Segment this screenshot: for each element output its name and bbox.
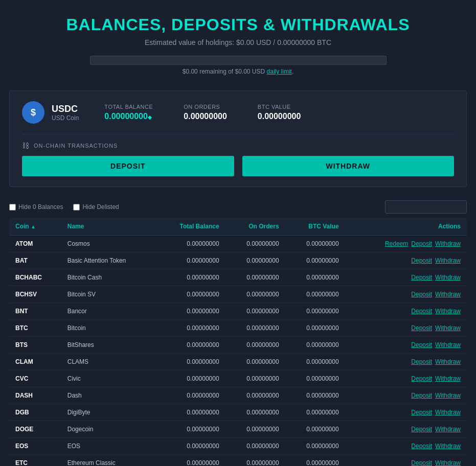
- hide-zero-label: Hide 0 Balances: [18, 203, 63, 211]
- search-input[interactable]: [385, 200, 467, 214]
- action-withdraw-link[interactable]: Withdraw: [435, 341, 461, 348]
- action-deposit-link[interactable]: Deposit: [411, 426, 432, 433]
- col-actions[interactable]: Actions: [345, 218, 467, 236]
- table-header-row: Coin ▲ Name Total Balance On Orders BTC …: [9, 218, 467, 236]
- cell-actions: RedeemDepositWithdraw: [345, 236, 467, 252]
- cell-coin: BAT: [9, 252, 61, 269]
- col-name[interactable]: Name: [61, 218, 156, 236]
- cell-btc-value: 0.00000000: [285, 320, 345, 337]
- cell-total-balance: 0.00000000: [156, 236, 225, 252]
- action-deposit-link[interactable]: Deposit: [411, 291, 432, 298]
- action-withdraw-link[interactable]: Withdraw: [435, 392, 461, 399]
- hide-delisted-checkbox[interactable]: [73, 204, 80, 211]
- cell-on-orders: 0.00000000: [225, 370, 285, 387]
- cell-name: Bancor: [61, 303, 156, 320]
- usdc-total-balance: TOTAL BALANCE 0.00000000◆: [104, 104, 153, 121]
- cell-total-balance: 0.00000000: [156, 252, 225, 269]
- col-coin[interactable]: Coin ▲: [9, 218, 61, 236]
- cell-total-balance: 0.00000000: [156, 455, 225, 467]
- action-deposit-link[interactable]: Deposit: [411, 392, 432, 399]
- cell-total-balance: 0.00000000: [156, 337, 225, 354]
- cell-actions: DepositWithdraw: [345, 252, 467, 269]
- table-row: CVCCivic0.000000000.000000000.00000000De…: [9, 370, 467, 387]
- page-title: BALANCES, DEPOSITS & WITHDRAWALS: [10, 15, 466, 34]
- action-withdraw-link[interactable]: Withdraw: [435, 459, 461, 466]
- cell-name: Civic: [61, 370, 156, 387]
- action-deposit-link[interactable]: Deposit: [411, 409, 432, 416]
- action-deposit-link[interactable]: Deposit: [411, 358, 432, 365]
- action-deposit-link[interactable]: Deposit: [411, 274, 432, 281]
- cell-on-orders: 0.00000000: [225, 269, 285, 286]
- cell-total-balance: 0.00000000: [156, 438, 225, 455]
- action-deposit-link[interactable]: Deposit: [411, 324, 432, 332]
- action-deposit-link[interactable]: Deposit: [411, 459, 432, 466]
- balances-table: Coin ▲ Name Total Balance On Orders BTC …: [9, 218, 467, 466]
- action-withdraw-link[interactable]: Withdraw: [435, 442, 461, 450]
- cell-total-balance: 0.00000000: [156, 320, 225, 337]
- cell-coin: EOS: [9, 438, 61, 455]
- on-orders-value: 0.00000000: [184, 112, 227, 121]
- cell-coin: ETC: [9, 455, 61, 467]
- action-deposit-link[interactable]: Deposit: [411, 442, 432, 450]
- cell-btc-value: 0.00000000: [285, 337, 345, 354]
- cell-total-balance: 0.00000000: [156, 404, 225, 421]
- total-balance-value: 0.00000000◆: [104, 112, 153, 121]
- table-row: CLAMCLAMS0.000000000.000000000.00000000D…: [9, 354, 467, 370]
- action-withdraw-link[interactable]: Withdraw: [435, 240, 461, 247]
- col-on-orders[interactable]: On Orders: [225, 218, 285, 236]
- action-withdraw-link[interactable]: Withdraw: [435, 409, 461, 416]
- cell-actions: DepositWithdraw: [345, 421, 467, 438]
- checkboxes: Hide 0 Balances Hide Delisted: [9, 203, 119, 211]
- table-row: BCHSVBitcoin SV0.000000000.000000000.000…: [9, 286, 467, 303]
- action-deposit-link[interactable]: Deposit: [411, 257, 432, 264]
- total-balance-label: TOTAL BALANCE: [104, 104, 153, 110]
- action-withdraw-link[interactable]: Withdraw: [435, 291, 461, 298]
- cell-btc-value: 0.00000000: [285, 269, 345, 286]
- action-deposit-link[interactable]: Deposit: [411, 375, 432, 382]
- usdc-icon: $: [22, 101, 44, 124]
- usdc-on-orders: ON ORDERS 0.00000000: [184, 104, 227, 121]
- action-redeem-link[interactable]: Redeem: [385, 240, 408, 247]
- cell-total-balance: 0.00000000: [156, 370, 225, 387]
- col-btc-value[interactable]: BTC Value: [285, 218, 345, 236]
- daily-limit-info: $0.00 remaining of $0.00 USD daily limit…: [10, 68, 466, 75]
- deposit-button[interactable]: DEPOSIT: [22, 156, 234, 176]
- withdraw-button[interactable]: WITHDRAW: [242, 156, 455, 176]
- action-deposit-link[interactable]: Deposit: [411, 240, 432, 247]
- action-withdraw-link[interactable]: Withdraw: [435, 274, 461, 281]
- usdc-top-row: $ USDC USD Coin TOTAL BALANCE 0.00000000…: [22, 101, 454, 124]
- cell-coin: DASH: [9, 387, 61, 404]
- action-withdraw-link[interactable]: Withdraw: [435, 308, 461, 315]
- hide-delisted-label: Hide Delisted: [82, 203, 119, 211]
- hide-zero-checkbox[interactable]: [9, 204, 16, 211]
- table-row: ETCEthereum Classic0.000000000.000000000…: [9, 455, 467, 467]
- table-row: DGBDigiByte0.000000000.000000000.0000000…: [9, 404, 467, 421]
- action-withdraw-link[interactable]: Withdraw: [435, 375, 461, 382]
- page-subtitle: Estimated value of holdings: $0.00 USD /…: [10, 38, 466, 46]
- daily-limit-link[interactable]: daily limit: [267, 68, 292, 75]
- cell-name: Basic Attention Token: [61, 252, 156, 269]
- hide-delisted-checkbox-label[interactable]: Hide Delisted: [73, 203, 119, 211]
- table-row: EOSEOS0.000000000.000000000.00000000Depo…: [9, 438, 467, 455]
- action-withdraw-link[interactable]: Withdraw: [435, 358, 461, 365]
- col-total-balance[interactable]: Total Balance: [156, 218, 225, 236]
- action-deposit-link[interactable]: Deposit: [411, 341, 432, 348]
- cell-actions: DepositWithdraw: [345, 370, 467, 387]
- cell-name: Bitcoin SV: [61, 286, 156, 303]
- cell-total-balance: 0.00000000: [156, 269, 225, 286]
- cell-name: EOS: [61, 438, 156, 455]
- action-withdraw-link[interactable]: Withdraw: [435, 257, 461, 264]
- cell-total-balance: 0.00000000: [156, 286, 225, 303]
- cell-actions: DepositWithdraw: [345, 438, 467, 455]
- cell-on-orders: 0.00000000: [225, 421, 285, 438]
- action-withdraw-link[interactable]: Withdraw: [435, 324, 461, 332]
- action-deposit-link[interactable]: Deposit: [411, 308, 432, 315]
- usdc-stats: TOTAL BALANCE 0.00000000◆ ON ORDERS 0.00…: [104, 104, 301, 121]
- btc-value-value: 0.00000000: [258, 112, 301, 121]
- cell-on-orders: 0.00000000: [225, 236, 285, 252]
- action-withdraw-link[interactable]: Withdraw: [435, 426, 461, 433]
- hide-zero-checkbox-label[interactable]: Hide 0 Balances: [9, 203, 63, 211]
- chain-icon: ⛓: [22, 142, 30, 150]
- cell-name: Cosmos: [61, 236, 156, 252]
- cell-btc-value: 0.00000000: [285, 236, 345, 252]
